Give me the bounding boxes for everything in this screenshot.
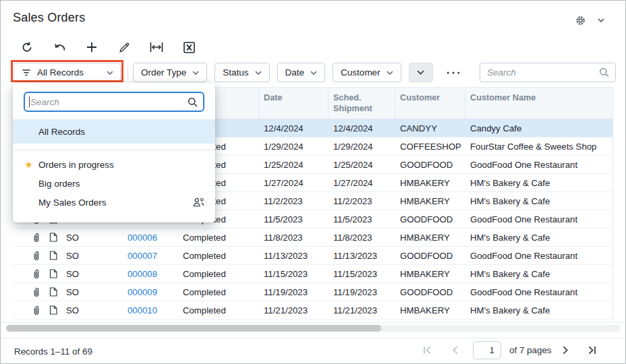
- filter-dropdown-label: Order Type: [141, 67, 186, 78]
- customer-cell: GOODFOOD: [395, 251, 465, 261]
- sched-shipment-cell: 1/25/2024: [329, 160, 395, 170]
- page-title: Sales Orders: [13, 11, 85, 25]
- note-icon[interactable]: [49, 305, 57, 315]
- date-cell: 1/27/2024: [259, 178, 329, 188]
- filter-dropdown-button[interactable]: Customer: [333, 63, 401, 82]
- first-page-button[interactable]: [423, 346, 432, 355]
- order-number-link[interactable]: 000009: [127, 287, 157, 297]
- search-icon[interactable]: [188, 97, 198, 107]
- filter-dropdown-label: Date: [285, 67, 305, 78]
- sched-shipment-cell: 12/4/2024: [329, 123, 395, 133]
- filter-menu-item-label: Big orders: [38, 179, 80, 189]
- grid-search-box: [480, 63, 616, 82]
- table-row[interactable]: SO 000009 Completed 11/19/2023 11/19/202…: [13, 283, 613, 301]
- customer-name-cell: Candyy Cafe: [465, 123, 613, 133]
- order-type-cell: SO: [63, 251, 102, 261]
- more-filters-chevron-button[interactable]: [409, 63, 433, 82]
- add-button[interactable]: [84, 40, 99, 55]
- undo-button[interactable]: [52, 40, 67, 55]
- date-cell: 11/21/2023: [259, 305, 329, 315]
- chevron-down-icon: [192, 71, 199, 75]
- paperclip-icon[interactable]: [32, 287, 40, 297]
- edit-button[interactable]: [117, 40, 132, 55]
- customer-name-cell: FourStar Coffee & Sweets Shop: [465, 142, 613, 152]
- order-number-link[interactable]: 000010: [127, 305, 157, 315]
- paperclip-icon[interactable]: [32, 251, 40, 261]
- filter-dropdown-button[interactable]: Order Type: [133, 63, 207, 82]
- chevron-down-icon: [310, 71, 317, 75]
- table-row[interactable]: SO 000006 Completed 11/8/2023 11/8/2023 …: [13, 229, 613, 247]
- order-number-link[interactable]: 000007: [127, 251, 157, 261]
- paperclip-icon[interactable]: [32, 233, 40, 243]
- note-icon[interactable]: [49, 287, 57, 297]
- search-icon[interactable]: [599, 67, 609, 78]
- sched-shipment-cell: 11/8/2023: [329, 233, 395, 243]
- note-icon[interactable]: [49, 269, 57, 278]
- status-cell: Completed: [175, 287, 259, 297]
- table-row[interactable]: SO 000010 Completed 11/21/2023 11/21/202…: [13, 301, 613, 320]
- last-page-button[interactable]: [588, 346, 596, 355]
- table-row[interactable]: SO 000007 Completed 11/13/2023 11/13/202…: [13, 247, 613, 265]
- order-type-cell: SO: [63, 269, 102, 279]
- records-filter-menu: All Records ★ Orders in progress Big ord…: [13, 83, 215, 222]
- filter-menu-item[interactable]: My Sales Orders: [13, 193, 215, 212]
- filter-menu-item[interactable]: All Records: [13, 119, 215, 144]
- settings-gear-icon[interactable]: [573, 13, 588, 28]
- pages-count-label: of 7 pages: [509, 345, 552, 355]
- sched-shipment-cell: 11/2/2023: [329, 196, 395, 206]
- filter-menu-item[interactable]: Big orders: [13, 174, 215, 193]
- customer-cell: CANDYY: [395, 123, 465, 133]
- filter-icon: [22, 69, 31, 77]
- column-header[interactable]: Sched. Shipment: [329, 88, 395, 119]
- footer-separator: [1, 338, 625, 338]
- status-cell: Completed: [175, 233, 259, 243]
- column-header[interactable]: Customer: [395, 88, 465, 119]
- grid-search-input[interactable]: [487, 67, 599, 78]
- page-number-input[interactable]: [473, 341, 501, 359]
- chevron-down-icon: [255, 71, 262, 75]
- sched-shipment-cell: 11/5/2023: [329, 214, 395, 224]
- paperclip-icon[interactable]: [32, 269, 40, 279]
- customer-name-cell: HM's Bakery & Cafe: [465, 196, 613, 206]
- next-page-button[interactable]: [563, 346, 569, 355]
- date-cell: 11/5/2023: [259, 214, 329, 224]
- records-filter-button[interactable]: All Records: [13, 63, 121, 82]
- menu-search-input[interactable]: [30, 97, 188, 107]
- filter-buttons: Order Type Status Date Customer: [133, 63, 466, 82]
- customer-cell: GOODFOOD: [395, 214, 465, 224]
- records-filter-label: All Records: [37, 67, 101, 78]
- column-header[interactable]: Date: [259, 88, 329, 119]
- horizontal-scrollbar-track[interactable]: [6, 325, 621, 332]
- status-cell: Completed: [175, 251, 259, 261]
- star-icon: ★: [23, 159, 34, 170]
- menu-divider: [13, 150, 215, 150]
- settings-chevron-down-icon[interactable]: [594, 13, 608, 28]
- shared-users-icon: [193, 198, 204, 207]
- note-icon[interactable]: [49, 251, 57, 260]
- previous-page-button[interactable]: [452, 346, 458, 355]
- filter-dropdown-button[interactable]: Date: [277, 63, 326, 82]
- customer-name-cell: HM's Bakery & Cafe: [465, 305, 613, 315]
- customer-cell: HMBAKERY: [395, 178, 465, 188]
- fit-width-button[interactable]: [149, 40, 164, 55]
- customer-name-cell: HM's Bakery & Cafe: [465, 178, 613, 188]
- date-cell: 1/29/2024: [259, 142, 329, 152]
- date-cell: 11/13/2023: [259, 251, 329, 261]
- export-to-excel-button[interactable]: [181, 40, 196, 55]
- filter-menu-item-label: All Records: [38, 127, 85, 137]
- customer-cell: HMBAKERY: [395, 233, 465, 243]
- more-actions-button[interactable]: [440, 63, 466, 82]
- horizontal-scrollbar-thumb[interactable]: [6, 325, 381, 332]
- column-header[interactable]: Customer Name: [465, 88, 613, 119]
- table-row[interactable]: SO 000008 Completed 11/15/2023 11/15/202…: [13, 265, 613, 283]
- date-cell: 11/2/2023: [259, 196, 329, 206]
- paperclip-icon[interactable]: [32, 305, 40, 315]
- refresh-button[interactable]: [20, 40, 34, 55]
- filter-menu-items: All Records ★ Orders in progress Big ord…: [13, 119, 215, 212]
- order-number-link[interactable]: 000006: [127, 233, 157, 243]
- status-cell: Completed: [175, 269, 259, 279]
- filter-dropdown-button[interactable]: Status: [215, 63, 269, 82]
- order-number-link[interactable]: 000008: [127, 269, 157, 279]
- note-icon[interactable]: [49, 233, 57, 242]
- filter-menu-item[interactable]: ★ Orders in progress: [13, 155, 215, 174]
